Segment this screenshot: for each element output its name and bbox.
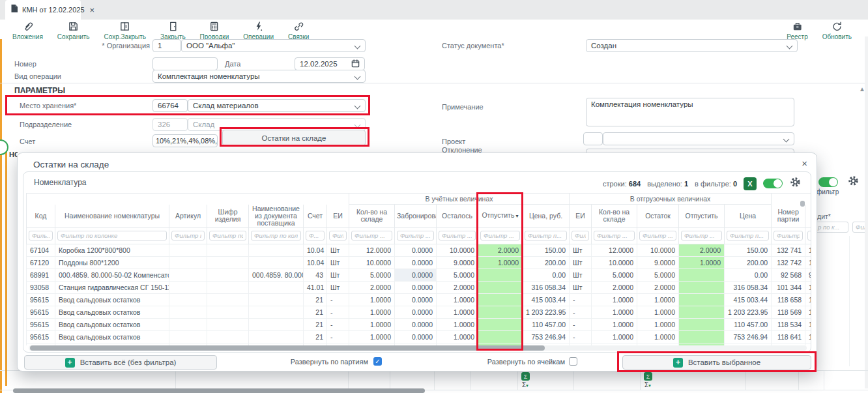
table-cell[interactable] [478,318,523,330]
table-cell[interactable]: 1.0000 [679,256,725,269]
column-filter-input[interactable] [774,231,803,240]
table-cell[interactable]: 93058 [27,281,55,293]
gear-icon[interactable] [789,176,802,191]
table-cell[interactable]: 21 [304,306,327,318]
table-cell[interactable]: 21 [304,293,327,306]
table-cell[interactable]: 10.0000 [349,256,395,269]
table-hscrollbar-thumb[interactable] [30,345,545,351]
table-cell[interactable]: Шт [327,244,349,256]
date-input[interactable]: 12.02.2025 [295,57,365,70]
column-header[interactable]: ЕИ [327,205,349,228]
postings-button[interactable]: Проводки [193,20,237,42]
table-cell[interactable] [478,306,523,318]
table-cell[interactable]: Шт [327,256,349,269]
insert-all-button[interactable]: + Вставить всё (без фильтра) [24,355,217,370]
bg-credit-filter-input[interactable]: р по к... [815,222,848,233]
page-hscrollbar-thumb[interactable] [13,388,425,393]
column-filter-input[interactable] [57,231,167,240]
table-cell[interactable]: 415 003.44 [725,293,772,306]
table-cell[interactable]: 132 742 [772,256,805,269]
page-vscrollbar[interactable] [865,36,868,388]
table-cell[interactable]: 132 741 [772,244,805,256]
column-filter-input[interactable] [329,231,347,240]
table-cell[interactable]: 41.01 [304,281,327,293]
project-code-field[interactable] [583,132,603,145]
table-cell[interactable]: 13 [805,244,811,256]
table-cell[interactable] [679,293,725,306]
table-cell[interactable] [679,269,725,281]
table-cell[interactable]: 000.4859. 80.000-50... [249,269,304,281]
table-cell[interactable]: 10 [805,281,811,293]
table-cell[interactable] [207,293,249,306]
table-cell[interactable]: 5.0000 [592,269,637,281]
table-cell[interactable]: 2.0000 [679,244,725,256]
table-cell[interactable] [249,256,304,269]
table-cell[interactable]: 11 [805,306,811,318]
table-cell[interactable]: 2.0000 [437,281,478,293]
table-cell[interactable]: 95615 [27,318,55,330]
table-row[interactable]: 95615Ввод сальдовых остатков21-1.00000.0… [27,306,811,318]
table-cell[interactable]: 5.0000 [349,269,395,281]
column-header[interactable]: Артикул [169,205,207,228]
table-cell[interactable]: - [570,293,592,306]
table-cell[interactable] [249,293,304,306]
table-cell[interactable]: 1.0000 [478,256,523,269]
table-cell[interactable]: 316 058.34 [523,281,570,293]
table-cell[interactable]: 110 457.00 [725,318,772,330]
table-cell[interactable]: 1.0000 [592,318,637,330]
table-cell[interactable] [249,318,304,330]
table-cell[interactable]: 1.0000 [349,330,395,343]
bg-gear-icon[interactable] [847,175,860,190]
table-cell[interactable]: 200.00 [523,256,570,269]
tab-document[interactable]: КМН от 12.02.2025 × [5,0,81,20]
table-cell[interactable]: Шт [570,256,592,269]
table-cell[interactable] [169,281,207,293]
table-cell[interactable]: 95615 [27,330,55,343]
table-cell[interactable]: 0.0000 [395,330,437,343]
table-cell[interactable]: 92 [805,343,811,345]
export-excel-icon[interactable]: X [744,177,757,190]
column-header[interactable] [805,205,811,228]
table-cell[interactable]: Ввод сальдовых остатков [55,293,169,306]
table-cell[interactable]: - [570,330,592,343]
table-cell[interactable]: Шт [570,281,592,293]
column-filter-input[interactable] [525,231,567,240]
table-cell[interactable]: 68991 [27,269,55,281]
column-header[interactable]: Счет [304,205,327,228]
column-filter-input[interactable] [480,231,520,240]
table-cell[interactable] [478,330,523,343]
column-filter-input[interactable] [306,231,325,240]
table-cell[interactable] [169,318,207,330]
table-cell[interactable]: 21 [304,318,327,330]
column-filter-input[interactable] [29,231,53,240]
table-cell[interactable]: - [570,318,592,330]
calendar-icon[interactable] [351,59,360,69]
number-input[interactable] [152,57,218,70]
column-filter-input[interactable] [594,231,635,240]
table-cell[interactable]: 118 641 [772,330,805,343]
operations-button[interactable]: Операции [236,20,281,42]
table-cell[interactable]: - [327,318,349,330]
table-cell[interactable] [207,281,249,293]
table-cell[interactable]: 1 203 223.95 [523,306,570,318]
table-cell[interactable]: 10.04 [304,244,327,256]
table-cell[interactable]: 13 [805,256,811,269]
table-row[interactable]: 95615Ввод сальдовых остатков21-1.00000.0… [27,330,811,343]
table-cell[interactable] [249,281,304,293]
table-cell[interactable] [169,293,207,306]
table-cell[interactable]: 1.0000 [637,318,679,330]
table-vscrollbar-thumb[interactable] [800,201,805,207]
table-cell[interactable] [679,318,725,330]
table-cell[interactable] [207,269,249,281]
table-cell[interactable]: - [327,306,349,318]
column-header[interactable]: Кол-во на складе [349,205,395,228]
project-select[interactable] [603,132,794,145]
table-cell[interactable]: 753 246.94 [725,330,772,343]
table-row[interactable]: 68991000.4859. 80.000-50-02 Компенсатор0… [27,269,811,281]
account-field[interactable]: 10%,21%,4%,08%,00% [152,134,218,147]
table-cell[interactable]: 150.00 [523,244,570,256]
table-cell[interactable]: 316 058.34 [725,281,772,293]
table-cell[interactable]: 415 003.44 [523,293,570,306]
table-cell[interactable]: 1.0000 [637,293,679,306]
column-header[interactable]: Остаток [637,205,679,228]
